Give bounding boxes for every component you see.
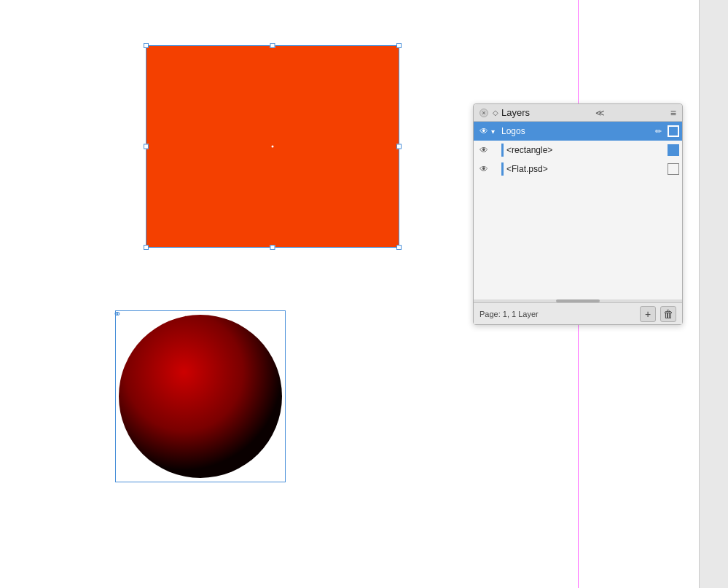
trash-icon: 🗑: [663, 308, 673, 320]
layer-row-logos[interactable]: 👁 ▾ Logos ✏: [474, 122, 682, 141]
collapse-icon: ≪: [595, 108, 605, 118]
center-dot: [272, 146, 274, 148]
layers-footer-buttons: + 🗑: [640, 306, 676, 322]
layers-empty-space: [474, 179, 682, 302]
eye-icon-logos[interactable]: 👁: [477, 126, 491, 136]
layer-edit-icon-logos[interactable]: ✏: [651, 127, 665, 136]
layers-menu-button[interactable]: ≡: [670, 107, 676, 119]
orange-rect-container[interactable]: [146, 45, 399, 248]
layer-type-icon-flat-psd: [668, 163, 679, 175]
eye-icon-rectangle[interactable]: 👁: [477, 145, 491, 155]
layer-row-flat-psd[interactable]: 👁 <Flat.psd>: [474, 160, 682, 179]
layers-list: 👁 ▾ Logos ✏ 👁 <rectangle> 👁 <Flat.psd>: [474, 122, 682, 302]
delete-layer-button[interactable]: 🗑: [660, 306, 676, 322]
red-circle: [115, 310, 286, 482]
layer-name-logos: Logos: [501, 126, 651, 136]
layers-footer: Page: 1, 1 Layer + 🗑: [474, 302, 682, 324]
group-arrow-logos: ▾: [491, 128, 501, 136]
layer-name-flat-psd: <Flat.psd>: [506, 164, 665, 174]
layer-blue-bar-flat-psd: [501, 162, 504, 176]
layers-panel: × ◇ Layers ≪ ≡ 👁 ▾ Logos ✏ 👁 <rectangle>: [473, 103, 683, 325]
eye-icon-flat-psd[interactable]: 👁: [477, 164, 491, 174]
layers-title: Layers: [501, 107, 530, 118]
right-sidebar: [699, 0, 728, 588]
layer-name-rectangle: <rectangle>: [506, 145, 665, 155]
layers-expand-icon: ◇: [493, 109, 498, 117]
layers-collapse-button[interactable]: ≪: [595, 108, 605, 118]
layers-titlebar: × ◇ Layers ≪ ≡: [474, 104, 682, 122]
layers-scrollbar-thumb: [556, 299, 600, 302]
layers-titlebar-left: × ◇ Layers: [480, 107, 530, 118]
orange-rect: [146, 45, 399, 248]
layers-page-info: Page: 1, 1 Layer: [480, 310, 539, 318]
red-circle-container[interactable]: ⚭: [115, 310, 286, 482]
layers-title-row: ◇ Layers: [493, 107, 530, 118]
layer-row-rectangle[interactable]: 👁 <rectangle>: [474, 141, 682, 160]
layer-type-icon-rectangle: [668, 144, 679, 156]
close-button[interactable]: ×: [480, 109, 488, 117]
svg-point-0: [119, 315, 282, 478]
add-layer-button[interactable]: +: [640, 306, 656, 322]
layers-scrollbar[interactable]: [474, 299, 682, 302]
layer-type-icon-logos: [668, 125, 679, 137]
layer-blue-bar-rectangle: [501, 144, 504, 157]
